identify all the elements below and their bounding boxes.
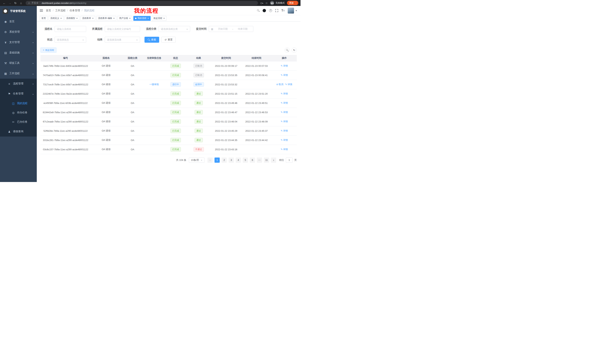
sidebar-item-system[interactable]: 系统管理 — [0, 27, 37, 37]
table-toolbar: 发起流程 — [40, 48, 297, 53]
tab-close-icon[interactable] — [148, 17, 149, 19]
sidebar-item-home[interactable]: 首页 — [0, 16, 37, 27]
breadcrumb-home[interactable]: 首页 — [46, 9, 55, 12]
detail-button[interactable]: 详情 — [281, 139, 288, 142]
page-button[interactable]: 6 — [250, 157, 255, 163]
star-icon[interactable] — [265, 2, 268, 4]
tab-item[interactable]: 流程定义 — [49, 16, 63, 21]
chevron-down-icon — [32, 51, 34, 54]
tab-item[interactable]: 我的流程 — [133, 16, 151, 21]
tab-item[interactable]: 流程表单 — [80, 16, 95, 21]
fullscreen-icon[interactable] — [275, 9, 278, 12]
page-button[interactable]: 11 — [264, 157, 269, 163]
page-button[interactable]: 5 — [243, 157, 248, 163]
result-select[interactable] — [105, 37, 140, 43]
tab-item[interactable]: 用户分组 — [117, 16, 132, 21]
tab-close-icon[interactable] — [60, 17, 62, 19]
sidebar-item-task-management[interactable]: 任务管理 — [0, 89, 37, 99]
tab-close-icon[interactable] — [113, 17, 115, 19]
page-button[interactable]: 3 — [229, 157, 234, 163]
page-button[interactable]: 2 — [221, 157, 227, 163]
tab-item[interactable]: 流程模型 — [65, 16, 80, 21]
sidebar-item-payment[interactable]: 支付管理 — [0, 37, 37, 48]
more-pages-button[interactable]: ⋯ — [257, 157, 262, 163]
chevron-up-icon — [32, 72, 34, 75]
detail-button[interactable]: 详情 — [281, 111, 288, 114]
search-toggle-button[interactable] — [285, 48, 290, 53]
home-icon[interactable] — [19, 0, 23, 5]
detail-button[interactable]: 详情 — [281, 102, 288, 105]
key-icon[interactable] — [260, 1, 263, 4]
breadcrumb-task-management[interactable]: 任务管理 — [70, 9, 84, 12]
security-label[interactable]: 不安全 — [31, 1, 39, 5]
page-button[interactable]: 4 — [236, 157, 241, 163]
tab-close-icon[interactable] — [76, 17, 78, 19]
goto-page-input[interactable] — [286, 157, 292, 163]
process-name-input[interactable] — [55, 26, 86, 32]
process-name-input-field[interactable] — [57, 28, 84, 30]
sidebar-item-my-process[interactable]: 我的流程 — [0, 99, 37, 108]
sidebar-item-leave-query[interactable]: 请假查询 — [0, 126, 37, 136]
tab-close-icon[interactable] — [163, 17, 165, 19]
refresh-button[interactable] — [291, 48, 297, 53]
next-page-button[interactable] — [271, 157, 276, 163]
refresh-icon — [293, 49, 295, 52]
category-select-field[interactable] — [161, 28, 185, 30]
address-bar[interactable]: 不安全 dashboard.yudao.iocoder.cn/bpm/task/… — [26, 1, 258, 5]
sidebar-item-workflow[interactable]: 工作流程 — [0, 68, 37, 79]
search-button[interactable]: 搜索 — [144, 37, 159, 43]
tab-close-icon[interactable] — [129, 17, 130, 19]
tab-item[interactable]: 流程表单-编辑 — [96, 16, 116, 21]
result-badge: 已取消 — [193, 64, 204, 68]
search-icon[interactable] — [257, 9, 260, 12]
font-size-icon[interactable] — [281, 9, 285, 12]
status-select-field[interactable] — [57, 38, 81, 41]
reset-button[interactable]: 重置 — [161, 37, 176, 43]
submit-time-range-picker[interactable]: 开始日期 - 结束日期 — [209, 26, 253, 32]
sidebar-item-process-management[interactable]: 流程管理 — [0, 79, 37, 89]
top-navbar: 首页 工作流程 任务管理 我的流程 我的流程 — [37, 6, 300, 15]
result-select-field[interactable] — [107, 38, 135, 41]
back-icon[interactable] — [2, 0, 7, 5]
browser-chrome: 不安全 dashboard.yudao.iocoder.cn/bpm/task/… — [0, 0, 300, 6]
process-key-input[interactable] — [105, 26, 140, 32]
sidebar-item-todo-tasks[interactable]: 待办任务 — [0, 108, 37, 117]
create-process-button[interactable]: 发起流程 — [40, 48, 56, 53]
detail-button[interactable]: 详情 — [281, 74, 288, 77]
sidebar-item-dev-tools[interactable]: 研发工具 — [0, 58, 37, 68]
forward-icon[interactable] — [7, 0, 12, 5]
detail-button[interactable]: 详情 — [281, 92, 288, 95]
chrome-update-button[interactable]: 更新 — [287, 1, 298, 5]
tab-item[interactable]: 首页 — [40, 16, 48, 21]
detail-button[interactable]: 详情 — [281, 129, 288, 133]
page-url[interactable]: dashboard.yudao.iocoder.cn/bpm/task/my — [42, 2, 86, 4]
github-icon[interactable] — [263, 9, 266, 12]
detail-button[interactable]: 详情 — [285, 83, 292, 86]
process-key-input-field[interactable] — [107, 28, 138, 30]
menu-label: 我的流程 — [17, 102, 28, 105]
detail-button[interactable]: 详情 — [281, 148, 288, 151]
cancel-button[interactable]: 取消 — [276, 83, 283, 86]
category-select[interactable] — [159, 26, 190, 32]
detail-button[interactable]: 详情 — [281, 120, 288, 123]
help-icon[interactable] — [269, 9, 272, 12]
tab-item[interactable]: 发起流程 — [152, 16, 167, 21]
sidebar-item-done-tasks[interactable]: 已办任务 — [0, 117, 37, 126]
cell-end-time: 2022-01-22 23:45:37 — [241, 126, 272, 135]
prev-page-button[interactable] — [208, 157, 213, 163]
tab-close-icon[interactable] — [92, 17, 94, 19]
page-button[interactable]: 1 — [214, 157, 220, 163]
avatar-dropdown-caret[interactable] — [296, 10, 297, 12]
detail-button[interactable]: 详情 — [281, 64, 288, 67]
page-size-select[interactable]: 10条/页 — [189, 157, 204, 163]
menu-label: 支付管理 — [9, 41, 20, 44]
status-select[interactable] — [55, 37, 86, 43]
dashboard-icon — [4, 20, 7, 23]
breadcrumb-workflow[interactable]: 工作流程 — [55, 9, 70, 12]
reload-icon[interactable] — [13, 0, 18, 5]
menu-dots-icon[interactable] — [295, 2, 297, 4]
avatar[interactable] — [288, 8, 294, 14]
hamburger-icon[interactable] — [40, 9, 43, 12]
current-task-link[interactable]: 一级审批 — [149, 83, 159, 86]
sidebar-item-infrastructure[interactable]: 基础设施 — [0, 48, 37, 58]
